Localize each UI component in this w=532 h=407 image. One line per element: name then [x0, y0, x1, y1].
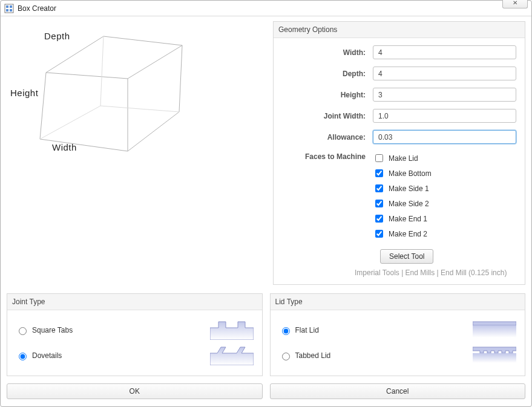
radio-label: Square Tabs: [32, 326, 73, 334]
check-label: Make Bottom: [389, 169, 432, 178]
height-input[interactable]: [373, 88, 516, 102]
joint-width-input[interactable]: [373, 109, 516, 123]
app-icon: [4, 4, 14, 13]
svg-line-6: [46, 36, 103, 73]
radio-square-tabs[interactable]: Square Tabs: [16, 325, 73, 335]
faces-checklist: Make Lid Make Bottom Make Side 1: [373, 151, 516, 239]
svg-line-13: [100, 106, 179, 112]
window: Box Creator ✕: [0, 0, 532, 407]
check-label: Make Side 1: [389, 184, 429, 193]
svg-line-11: [100, 36, 103, 106]
geometry-header: Geometry Options: [274, 22, 525, 38]
joint-type-panel: Joint Type Square Tabs: [7, 293, 263, 376]
checkbox-make-end-1[interactable]: [375, 215, 383, 223]
radio-label: Flat Lid: [295, 326, 319, 334]
checkbox-make-side-1[interactable]: [375, 184, 383, 192]
faces-label: Faces to Machine: [282, 151, 373, 161]
height-dim-label: Height: [10, 88, 38, 98]
depth-label: Depth:: [282, 70, 373, 78]
svg-line-5: [46, 73, 128, 79]
height-label: Height:: [282, 91, 373, 99]
check-make-end-1[interactable]: Make End 1: [373, 213, 516, 224]
geometry-panel: Geometry Options Width: Depth: Height:: [273, 21, 525, 285]
depth-dim-label: Depth: [44, 31, 70, 41]
joint-type-header: Joint Type: [7, 294, 262, 310]
select-tool-button[interactable]: Select Tool: [380, 249, 433, 264]
close-button[interactable]: ✕: [502, 0, 528, 8]
square-tabs-icon: [210, 321, 254, 340]
tabbed-lid-icon: [473, 346, 516, 365]
box-diagram: Depth Height Width: [7, 21, 266, 262]
lid-type-panel: Lid Type Flat Lid: [270, 293, 526, 376]
radio-label: Tabbed Lid: [295, 351, 331, 360]
width-input[interactable]: [373, 45, 516, 59]
flat-lid-icon: [473, 321, 516, 340]
close-icon: ✕: [513, 0, 517, 6]
svg-rect-2: [10, 5, 12, 8]
joint-width-label: Joint Width:: [282, 112, 373, 120]
cancel-button[interactable]: Cancel: [270, 383, 526, 399]
svg-rect-14: [473, 322, 516, 325]
check-label: Make End 1: [389, 215, 427, 223]
width-label: Width:: [282, 48, 373, 57]
tool-description: Imperial Tools | End Mills | End Mill (0…: [355, 269, 516, 277]
bottom-row: OK Cancel: [7, 383, 525, 399]
width-dim-label: Width: [52, 142, 77, 152]
svg-rect-4: [10, 9, 12, 11]
svg-line-12: [40, 106, 100, 139]
radio-flat-lid[interactable]: Flat Lid: [279, 325, 319, 335]
check-make-side-2[interactable]: Make Side 2: [373, 198, 516, 209]
check-make-side-1[interactable]: Make Side 1: [373, 183, 516, 194]
check-make-bottom[interactable]: Make Bottom: [373, 168, 516, 179]
checkbox-make-bottom[interactable]: [375, 169, 383, 177]
window-title: Box Creator: [18, 4, 56, 13]
allowance-label: Allowance:: [282, 133, 373, 142]
svg-line-9: [179, 45, 182, 112]
titlebar: Box Creator ✕: [1, 1, 531, 16]
radio-input-dovetails[interactable]: [19, 353, 27, 360]
checkbox-make-side-2[interactable]: [375, 200, 383, 207]
svg-line-7: [128, 45, 182, 79]
svg-rect-1: [6, 5, 8, 8]
check-make-end-2[interactable]: Make End 2: [373, 228, 516, 239]
svg-line-8: [103, 36, 182, 45]
check-label: Make End 2: [389, 230, 427, 238]
check-make-lid[interactable]: Make Lid: [373, 152, 516, 164]
content: Depth Height Width Geometry Options Widt…: [1, 16, 531, 406]
check-label: Make Lid: [389, 154, 418, 163]
depth-input[interactable]: [373, 67, 516, 80]
radio-input-tabbed-lid[interactable]: [282, 353, 290, 360]
svg-rect-15: [473, 325, 516, 337]
dovetails-icon: [210, 346, 254, 365]
mid-row: Joint Type Square Tabs: [7, 293, 525, 376]
svg-line-10: [128, 112, 179, 151]
radio-label: Dovetails: [32, 351, 62, 360]
top-row: Depth Height Width Geometry Options Widt…: [7, 21, 525, 285]
checkbox-make-lid[interactable]: [375, 154, 383, 162]
svg-rect-16: [473, 353, 516, 363]
radio-tabbed-lid[interactable]: Tabbed Lid: [279, 351, 331, 360]
lid-type-header: Lid Type: [271, 294, 525, 310]
ok-button[interactable]: OK: [7, 383, 263, 399]
checkbox-make-end-2[interactable]: [375, 230, 383, 238]
radio-input-flat-lid[interactable]: [282, 327, 290, 335]
radio-input-square-tabs[interactable]: [19, 327, 27, 335]
svg-rect-3: [6, 9, 8, 11]
allowance-input[interactable]: [373, 130, 516, 144]
radio-dovetails[interactable]: Dovetails: [16, 351, 62, 360]
check-label: Make Side 2: [389, 200, 429, 208]
